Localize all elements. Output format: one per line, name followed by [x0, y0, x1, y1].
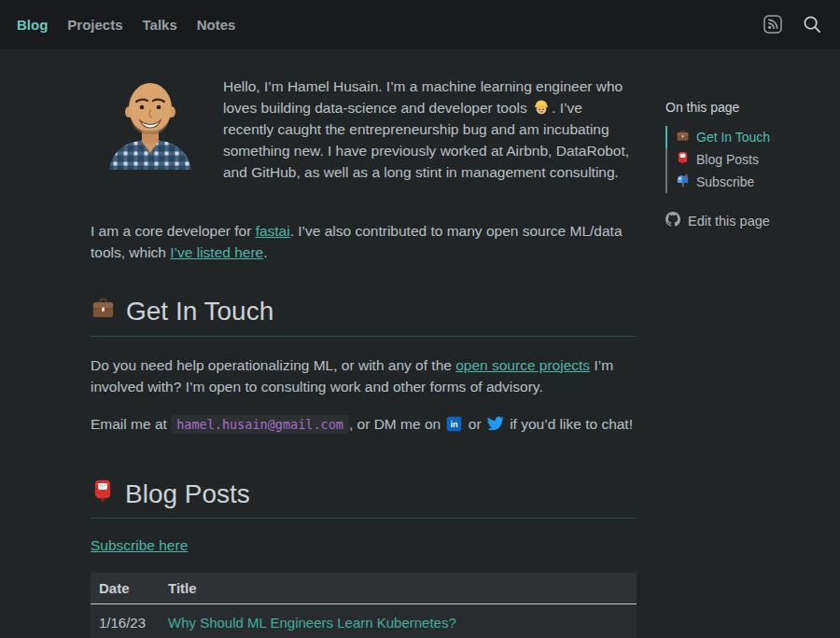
- postbox-icon: [676, 151, 690, 168]
- toc-item-blog-posts[interactable]: Blog Posts: [665, 148, 840, 171]
- email-paragraph: Email me at hamel.husain@gmail.com, or D…: [91, 414, 637, 436]
- blog-posts-table: Date Title 1/16/23 Why Should ML Enginee…: [91, 573, 637, 638]
- toc-sidebar: On this page Get In Touch Blog Posts: [665, 76, 840, 638]
- toc-item-label: Subscribe: [696, 174, 754, 189]
- linkedin-icon[interactable]: in: [446, 416, 462, 432]
- search-icon[interactable]: [803, 15, 821, 34]
- avatar: [100, 76, 201, 170]
- subscribe-here-link[interactable]: Subscribe here: [91, 537, 188, 554]
- toc-item-label: Get In Touch: [696, 130, 770, 145]
- email-text-3: or: [464, 416, 484, 432]
- intro-paragraph: Hello, I’m Hamel Husain. I’m a machine l…: [223, 76, 637, 184]
- toc-item-label: Blog Posts: [696, 152, 759, 167]
- about-section: Hello, I’m Hamel Husain. I’m a machine l…: [91, 76, 637, 201]
- github-icon: [665, 212, 680, 229]
- email-address: hamel.husain@gmail.com: [171, 415, 349, 434]
- date-column-header: Date: [91, 573, 160, 604]
- toc-item-subscribe[interactable]: Subscribe: [665, 171, 840, 193]
- main-content: Hello, I’m Hamel Husain. I’m a machine l…: [91, 76, 637, 638]
- nav-menu: Blog Projects Talks Notes: [15, 13, 237, 36]
- heading-rule: [91, 336, 637, 337]
- title-column-header: Title: [160, 573, 637, 604]
- core-dev-text-3: .: [263, 244, 267, 260]
- nav-item-notes[interactable]: Notes: [195, 13, 238, 36]
- nav-item-talks[interactable]: Talks: [141, 13, 179, 36]
- postbox-icon: [91, 478, 115, 509]
- toc-title: On this page: [665, 100, 840, 115]
- core-dev-paragraph: I am a core developer for fastai. I’ve a…: [91, 221, 637, 264]
- get-in-touch-title: Get In Touch: [126, 297, 273, 326]
- rss-icon[interactable]: [763, 15, 782, 34]
- svg-text:in: in: [451, 421, 459, 430]
- nav-item-blog[interactable]: Blog: [15, 13, 49, 36]
- heading-rule-2: [91, 518, 637, 519]
- briefcase-icon: [676, 129, 690, 146]
- email-text-1: Email me at: [91, 416, 171, 432]
- post-title-link[interactable]: Why Should ML Engineers Learn Kubernetes…: [168, 615, 456, 631]
- construction-worker-icon: [533, 99, 550, 116]
- edit-this-page-link[interactable]: Edit this page: [665, 212, 840, 229]
- mailbox-icon: [676, 173, 690, 190]
- navbar: Blog Projects Talks Notes: [0, 0, 840, 49]
- briefcase-icon: [91, 296, 116, 327]
- blog-posts-title: Blog Posts: [125, 479, 250, 509]
- fastai-link[interactable]: fastai: [256, 223, 290, 239]
- consulting-paragraph: Do you need help operationalizing ML, or…: [91, 355, 637, 398]
- post-date: 1/16/23: [91, 604, 160, 638]
- table-header-row: Date Title: [91, 573, 637, 604]
- core-dev-text-1: I am a core developer for: [91, 223, 256, 239]
- listed-here-link[interactable]: I’ve listed here: [170, 244, 263, 260]
- consulting-text-1: Do you need help operationalizing ML, or…: [91, 357, 455, 373]
- email-text-2: , or DM me on: [349, 416, 445, 432]
- navbar-tools: [763, 15, 825, 34]
- email-text-4: if you’d like to chat!: [506, 416, 633, 432]
- edit-this-page-label: Edit this page: [688, 214, 770, 229]
- nav-item-projects[interactable]: Projects: [65, 13, 124, 36]
- table-row: 1/16/23 Why Should ML Engineers Learn Ku…: [91, 604, 637, 638]
- blog-posts-heading: Blog Posts: [91, 478, 637, 509]
- twitter-icon[interactable]: [487, 415, 504, 432]
- toc-list: Get In Touch Blog Posts: [665, 126, 840, 193]
- get-in-touch-heading: Get In Touch: [91, 296, 637, 327]
- open-source-projects-link[interactable]: open source projects: [455, 357, 590, 373]
- toc-item-get-in-touch[interactable]: Get In Touch: [665, 126, 840, 148]
